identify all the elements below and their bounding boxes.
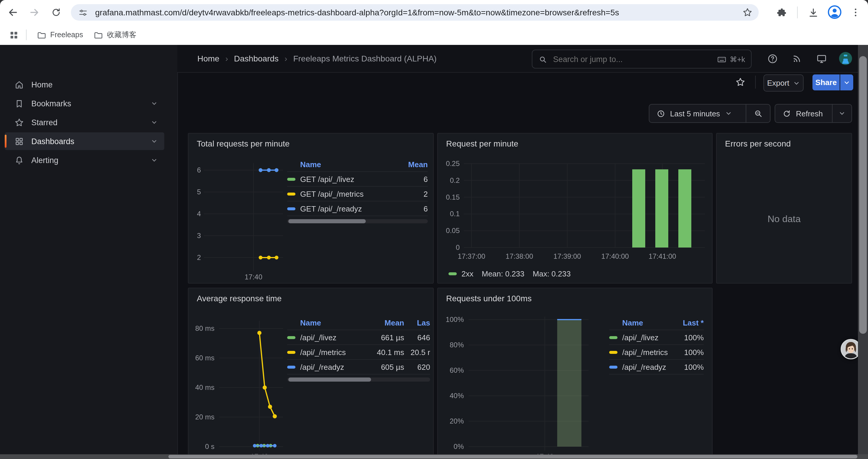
folder-icon	[93, 30, 103, 40]
svg-text:0.2: 0.2	[450, 176, 460, 184]
svg-text:40%: 40%	[450, 392, 464, 400]
svg-text:4: 4	[197, 210, 201, 218]
sidebar-item-starred[interactable]: Starred	[5, 113, 164, 131]
browser-reload-button[interactable]	[48, 4, 64, 21]
col-name[interactable]: Name	[300, 160, 401, 169]
screen: Freeleaps 收藏博客 Grafana Home › Dashboards…	[0, 0, 868, 459]
puzzle-icon	[776, 7, 786, 18]
breadcrumb-dashboards[interactable]: Dashboards	[234, 54, 279, 63]
sidebar-item-home[interactable]: Home	[5, 76, 164, 93]
svg-text:60 ms: 60 ms	[195, 354, 215, 362]
apps-grid-icon	[8, 30, 19, 40]
chevron-down-icon	[793, 79, 800, 87]
series-name[interactable]: /api/_/livez	[622, 333, 678, 342]
series-name[interactable]: /api/_/readyz	[622, 362, 678, 371]
news-button[interactable]	[789, 51, 805, 66]
series-name: 2xx	[462, 269, 473, 278]
search-box[interactable]: ⌘+k	[532, 50, 752, 68]
user-avatar[interactable]	[838, 52, 852, 66]
downloads-button[interactable]	[805, 4, 821, 21]
svg-text:17:41:00: 17:41:00	[649, 252, 676, 260]
refresh-icon	[782, 109, 791, 118]
scrollbar-thumb[interactable]	[288, 378, 371, 382]
table-row: GET /api/_/livez 6	[287, 172, 428, 187]
zoom-out-time-button[interactable]	[746, 104, 770, 122]
extensions-button[interactable]	[773, 4, 789, 21]
url-input[interactable]	[94, 7, 687, 18]
svg-text:6: 6	[197, 166, 201, 174]
vertical-scrollbar-thumb[interactable]	[859, 56, 867, 334]
refresh-label: Refresh	[796, 109, 823, 118]
request-per-minute-chart[interactable]: 0.250.20.150.10.05017:37:0017:38:0017:39…	[438, 133, 712, 283]
col-last[interactable]: Last *	[678, 318, 704, 327]
horizontal-scrollbar-thumb[interactable]	[168, 455, 857, 458]
bookmark-star-icon[interactable]	[742, 7, 753, 18]
bookmark-label: 收藏博客	[107, 30, 136, 40]
svg-text:0.25: 0.25	[446, 160, 460, 167]
search-input[interactable]	[552, 54, 717, 64]
series-name[interactable]: GET /api/_/readyz	[300, 204, 401, 213]
chevron-down-icon[interactable]	[150, 99, 158, 107]
star-icon	[14, 117, 24, 127]
col-last[interactable]: Las	[404, 318, 430, 327]
series-name[interactable]: GET /api/_/metrics	[300, 189, 401, 198]
share-button[interactable]: Share	[812, 74, 840, 90]
scrollbar-thumb[interactable]	[288, 219, 366, 223]
p2-legend: 2xx Mean: 0.233 Max: 0.233	[448, 269, 571, 278]
sidebar-item-bookmarks[interactable]: Bookmarks	[5, 95, 164, 112]
panel-title[interactable]: Errors per second	[725, 139, 791, 148]
col-mean[interactable]: Mean	[401, 160, 428, 169]
series-name[interactable]: /api/_/livez	[300, 333, 368, 342]
table-row: GET /api/_/metrics 2	[287, 187, 428, 201]
time-range-label: Last 5 minutes	[670, 109, 720, 118]
browser-toolbar	[0, 0, 868, 25]
series-color-pill	[609, 365, 617, 368]
series-last: 620	[404, 362, 430, 371]
export-button[interactable]: Export	[764, 74, 804, 92]
series-name[interactable]: /api/_/metrics	[300, 348, 368, 357]
table-row: /api/_/livez 100%	[609, 330, 704, 345]
tune-icon[interactable]	[78, 7, 88, 18]
bookmark-icon	[14, 98, 24, 108]
legend-item-2xx[interactable]: 2xx	[448, 269, 473, 278]
sidebar-item-alerting[interactable]: Alerting	[5, 151, 164, 169]
table-row: /api/_/livez 661 µs 646	[287, 330, 430, 345]
browser-forward-button[interactable]	[26, 4, 42, 21]
browser-menu-button[interactable]	[848, 4, 863, 21]
col-name[interactable]: Name	[622, 318, 678, 327]
bookmark-folder-freeleaps[interactable]: Freeleaps	[37, 27, 83, 42]
svg-text:80%: 80%	[450, 341, 464, 349]
address-bar[interactable]	[71, 4, 759, 21]
chevron-down-icon[interactable]	[150, 156, 158, 164]
table-header: Name Mean	[287, 157, 428, 172]
browser-profile-button[interactable]	[827, 5, 842, 20]
browser-back-button[interactable]	[5, 4, 21, 21]
svg-text:3: 3	[197, 232, 201, 239]
home-icon	[14, 79, 24, 90]
chevron-down-icon[interactable]	[150, 137, 158, 145]
series-name[interactable]: /api/_/metrics	[622, 348, 678, 357]
sidebar-item-dashboards[interactable]: Dashboards	[5, 132, 164, 150]
chevron-down-icon[interactable]	[150, 118, 158, 126]
table-header: Name Last *	[609, 316, 704, 330]
col-mean[interactable]: Mean	[368, 318, 404, 327]
breadcrumb-home[interactable]: Home	[197, 54, 219, 63]
table-horizontal-scrollbar[interactable]	[287, 219, 428, 223]
series-name[interactable]: GET /api/_/livez	[300, 174, 401, 184]
refresh-button[interactable]: Refresh	[775, 109, 823, 118]
apps-button[interactable]	[6, 27, 21, 42]
favorite-dashboard-button[interactable]	[733, 74, 748, 90]
refresh-interval-button[interactable]	[832, 104, 851, 122]
col-name[interactable]: Name	[300, 318, 368, 327]
help-button[interactable]	[765, 51, 780, 66]
svg-text:5: 5	[197, 188, 201, 196]
share-menu-button[interactable]	[840, 74, 853, 90]
series-name[interactable]: /api/_/readyz	[300, 362, 368, 371]
series-last: 100%	[678, 333, 704, 342]
bookmark-folder-blogs[interactable]: 收藏博客	[93, 27, 136, 42]
table-horizontal-scrollbar[interactable]	[287, 378, 430, 382]
time-range-picker[interactable]: Last 5 minutes	[649, 109, 732, 118]
svg-text:40 ms: 40 ms	[195, 383, 215, 391]
legend-max: Max: 0.233	[533, 269, 571, 278]
kiosk-mode-button[interactable]	[814, 51, 829, 66]
